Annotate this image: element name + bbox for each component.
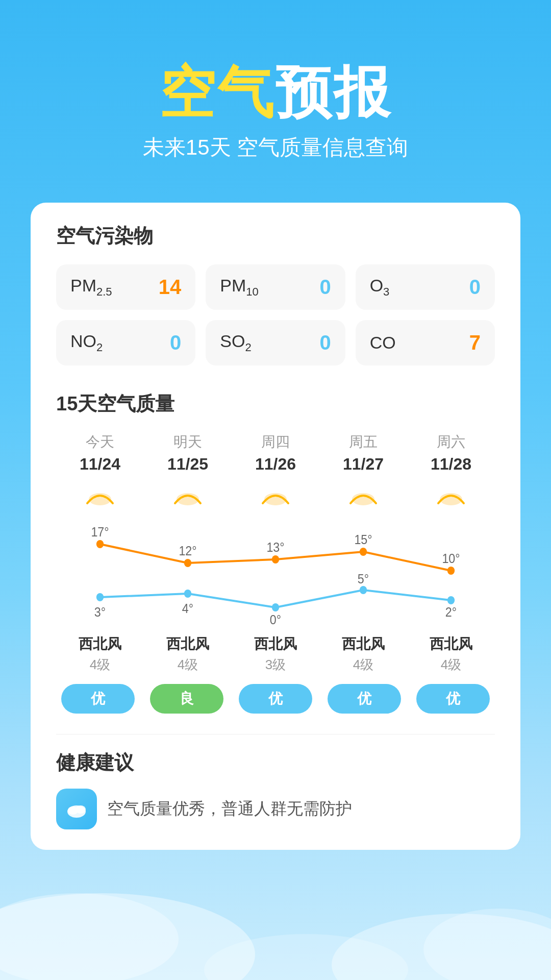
pollutant-grid: PM2.5 14 PM10 0 O3 0 NO2 0 SO2 0 CO 7 [56,264,495,365]
pollutant-no2-value: 0 [170,331,181,354]
main-card: 空气污染物 PM2.5 14 PM10 0 O3 0 NO2 0 SO2 0 C… [31,203,520,850]
wind-dir-4: 西北风 4级 [407,634,495,674]
pollutant-co: CO 7 [356,320,495,365]
high-label-1: 12° [179,544,196,558]
header: 空气预报 未来15天 空气质量信息查询 [0,0,551,182]
high-dot-4 [447,567,455,575]
day-date-4: 11/28 [431,455,471,474]
low-dot-1 [184,590,191,598]
weather-icon-2 [258,484,293,507]
wind-dir-2: 西北风 3级 [232,634,319,674]
health-section: 健康建议 空气质量优秀，普通人群无需防护 [56,734,495,829]
weather-icon-1 [170,484,206,507]
day-name-3: 周五 [349,432,378,452]
high-dot-3 [360,548,367,556]
high-label-2: 13° [266,540,284,554]
quality-badge-2: 优 [239,684,312,714]
high-label-3: 15° [354,532,372,547]
day-col-4: 周六 11/28 [407,432,495,512]
high-dot-0 [96,540,104,548]
pollutant-no2: NO2 0 [56,320,195,365]
svg-point-12 [76,805,86,814]
low-dot-0 [96,593,104,601]
pollutant-pm10-name: PM10 [220,276,258,299]
pollutant-pm25-name: PM2.5 [70,276,112,299]
health-item: 空气质量优秀，普通人群无需防护 [56,789,495,829]
low-dot-4 [447,596,455,604]
day-col-2: 周四 11/26 [232,432,319,512]
low-dot-2 [272,603,279,611]
title-part2: 预报 [276,61,392,124]
forecast-title: 15天空气质量 [56,391,495,417]
pollutant-pm25-value: 14 [159,276,182,299]
pollutant-so2-value: 0 [319,331,331,354]
cloud-icon [64,796,89,822]
wind-dir-0: 西北风 4级 [56,634,144,674]
high-dot-1 [184,559,191,567]
pollutant-o3-name: O3 [370,276,390,299]
pollutant-pm10: PM10 0 [206,264,345,310]
subtitle: 未来15天 空气质量信息查询 [31,133,520,162]
wind-dir-row: 西北风 4级 西北风 4级 西北风 3级 西北风 4级 西北风 4级 [56,634,495,674]
pollutant-pm10-value: 0 [319,276,331,299]
health-app-icon [56,789,97,829]
low-dot-3 [360,586,367,594]
pollutant-so2: SO2 0 [206,320,345,365]
quality-row: 优 良 优 优 优 [56,684,495,714]
pollutant-co-value: 7 [469,331,481,354]
wind-dir-3: 西北风 4级 [319,634,407,674]
pollutant-so2-name: SO2 [220,331,251,354]
day-date-2: 11/26 [255,455,296,474]
wind-dir-1: 西北风 4级 [144,634,232,674]
health-title: 健康建议 [56,750,495,776]
temperature-chart: 17° 12° 13° 15° 10° 3° 4° 0° 5° 2° [56,517,495,629]
wind-section: 西北风 4级 西北风 4级 西北风 3级 西北风 4级 西北风 4级 [56,634,495,674]
health-advice: 空气质量优秀，普通人群无需防护 [107,798,352,820]
quality-badge-1: 良 [150,684,223,714]
pollutant-no2-name: NO2 [70,331,103,354]
day-col-0: 今天 11/24 [56,432,144,512]
main-title: 空气预报 [31,61,520,123]
low-label-4: 2° [445,605,457,619]
day-col-3: 周五 11/27 [319,432,407,512]
pollutant-o3-value: 0 [469,276,481,299]
low-label-3: 5° [358,572,369,586]
temp-chart-svg: 17° 12° 13° 15° 10° 3° 4° 0° 5° 2° [56,517,495,629]
quality-badge-4: 优 [416,684,490,714]
day-date-1: 11/25 [167,455,208,474]
quality-badge-3: 优 [328,684,401,714]
day-date-3: 11/27 [343,455,384,474]
day-name-2: 周四 [261,432,290,452]
weather-icon-0 [82,484,118,507]
day-name-1: 明天 [173,432,202,452]
weather-icon-4 [433,484,469,507]
weather-icon-3 [345,484,381,507]
low-label-0: 3° [94,605,106,619]
high-label-4: 10° [442,551,460,566]
title-highlight: 空气 [159,61,276,124]
day-date-0: 11/24 [80,455,120,474]
pollutant-o3: O3 0 [356,264,495,310]
day-col-1: 明天 11/25 [144,432,232,512]
day-name-0: 今天 [86,432,114,452]
high-label-0: 17° [91,525,109,539]
high-dot-2 [272,555,279,564]
pollutant-pm25: PM2.5 14 [56,264,195,310]
low-label-2: 0° [270,612,281,627]
days-header-grid: 今天 11/24 明天 11/25 周四 11/26 周五 [56,432,495,512]
day-name-4: 周六 [437,432,465,452]
quality-badge-0: 优 [61,684,135,714]
low-label-1: 4° [182,601,193,616]
pollutant-co-name: CO [370,333,396,353]
pollutants-title: 空气污染物 [56,223,495,249]
